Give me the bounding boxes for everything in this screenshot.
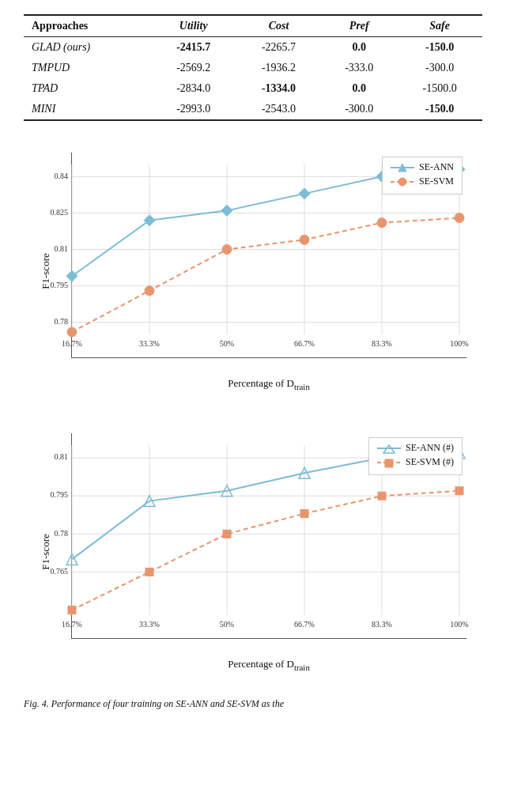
cell-utility: -2569.2 (151, 58, 236, 78)
svg-text:100%: 100% (450, 339, 468, 348)
cell-utility: -2993.0 (151, 99, 236, 120)
svg-rect-64 (68, 606, 76, 614)
legend2-ann-label: SE-ANN (#) (406, 442, 454, 454)
chart2-x-title: Percentage of Dtrain (71, 658, 466, 672)
col-header-utility: Utility (151, 15, 236, 37)
table-row: MINI-2993.0-2543.0-300.0-150.0 (24, 99, 482, 120)
chart1-x-title: Percentage of Dtrain (71, 377, 466, 391)
legend-svm-label: SE-SVM (419, 176, 454, 187)
cell-approach: GLAD (ours) (24, 37, 151, 59)
chart1-section: F1-score 0.780.7950.810.8250.8416.7%33.3… (0, 129, 506, 406)
legend2-ann: SE-ANN (#) (377, 442, 454, 454)
legend-ann: SE-ANN (391, 161, 454, 173)
svg-text:16.7%: 16.7% (62, 339, 82, 348)
cell-approach: TMPUD (24, 58, 151, 78)
svg-marker-24 (221, 205, 232, 216)
chart2-y-title: F1-score (40, 534, 52, 570)
svg-text:0.795: 0.795 (51, 281, 69, 289)
legend2-svm: SE-SVM (#) (377, 456, 454, 468)
cell-cost: -2265.7 (236, 37, 322, 59)
cell-pref: -300.0 (321, 99, 397, 120)
svg-text:0.78: 0.78 (55, 317, 69, 326)
svg-rect-73 (385, 459, 393, 467)
table-row: TMPUD-2569.2-1936.2-333.0-300.0 (24, 58, 482, 78)
cell-cost: -2543.0 (236, 99, 322, 120)
svg-point-31 (300, 235, 309, 244)
svg-point-33 (455, 213, 464, 223)
svg-point-28 (67, 327, 77, 337)
legend-ann-label: SE-ANN (419, 161, 454, 173)
cell-pref: 0.0 (321, 78, 397, 99)
col-header-pref: Pref (321, 15, 397, 37)
svg-text:50%: 50% (220, 339, 234, 348)
cell-safe: -300.0 (397, 58, 482, 78)
svg-text:50%: 50% (220, 620, 234, 629)
cell-safe: -150.0 (397, 37, 482, 59)
cell-pref: 0.0 (321, 37, 397, 59)
svg-rect-65 (145, 568, 153, 576)
svg-text:83.3%: 83.3% (372, 339, 392, 348)
svg-text:0.795: 0.795 (51, 490, 69, 499)
svg-text:33.3%: 33.3% (139, 339, 160, 348)
svg-marker-25 (299, 188, 310, 199)
svg-marker-22 (66, 270, 77, 281)
figure-caption: Fig. 4. Performance of four training on … (0, 694, 506, 718)
svg-text:0.765: 0.765 (51, 567, 69, 576)
cell-approach: MINI (24, 99, 151, 120)
svg-text:66.7%: 66.7% (294, 620, 315, 629)
chart2-section: F1-score 0.7650.780.7950.8116.7%33.3%50%… (0, 414, 506, 686)
svg-rect-66 (223, 530, 231, 538)
chart2-legend: SE-ANN (#) SE-SVM (#) (368, 437, 463, 475)
svg-text:0.825: 0.825 (51, 208, 69, 217)
table-row: GLAD (ours)-2415.7-2265.70.0-150.0 (24, 37, 482, 59)
cell-utility: -2415.7 (151, 37, 236, 59)
col-header-cost: Cost (236, 15, 322, 37)
col-header-safe: Safe (397, 15, 482, 37)
chart2-container: F1-score 0.7650.780.7950.8116.7%33.3%50%… (24, 417, 482, 686)
svg-text:66.7%: 66.7% (294, 339, 315, 348)
svg-rect-67 (300, 510, 308, 518)
svg-point-37 (398, 178, 406, 186)
chart1-container: F1-score 0.780.7950.810.8250.8416.7%33.3… (24, 137, 482, 406)
svg-rect-69 (455, 487, 463, 495)
results-table: Approaches Utility Cost Pref Safe GLAD (… (24, 14, 482, 121)
cell-cost: -1334.0 (236, 78, 322, 99)
svg-text:0.81: 0.81 (55, 244, 69, 253)
cell-safe: -1500.0 (397, 78, 482, 99)
svg-text:33.3%: 33.3% (139, 620, 160, 629)
legend-svm: SE-SVM (391, 176, 454, 187)
col-header-approaches: Approaches (24, 15, 151, 37)
svg-text:0.81: 0.81 (55, 452, 69, 461)
svg-text:0.78: 0.78 (55, 529, 69, 538)
cell-approach: TPAD (24, 78, 151, 99)
table-row: TPAD-2834.0-1334.00.0-1500.0 (24, 78, 482, 99)
svg-text:83.3%: 83.3% (372, 620, 392, 629)
cell-pref: -333.0 (321, 58, 397, 78)
svg-point-30 (222, 245, 232, 255)
svg-text:100%: 100% (450, 620, 468, 629)
chart1-legend: SE-ANN SE-SVM (382, 157, 463, 195)
svg-text:16.7%: 16.7% (62, 620, 82, 629)
svg-point-32 (377, 218, 387, 228)
cell-utility: -2834.0 (151, 78, 236, 99)
svg-point-29 (145, 286, 154, 296)
table-section: Approaches Utility Cost Pref Safe GLAD (… (0, 0, 506, 129)
svg-rect-68 (378, 492, 386, 500)
cell-cost: -1936.2 (236, 58, 322, 78)
svg-marker-23 (144, 215, 155, 226)
svg-text:0.84: 0.84 (55, 172, 69, 180)
legend2-svm-label: SE-SVM (#) (406, 456, 454, 468)
cell-safe: -150.0 (397, 99, 482, 120)
